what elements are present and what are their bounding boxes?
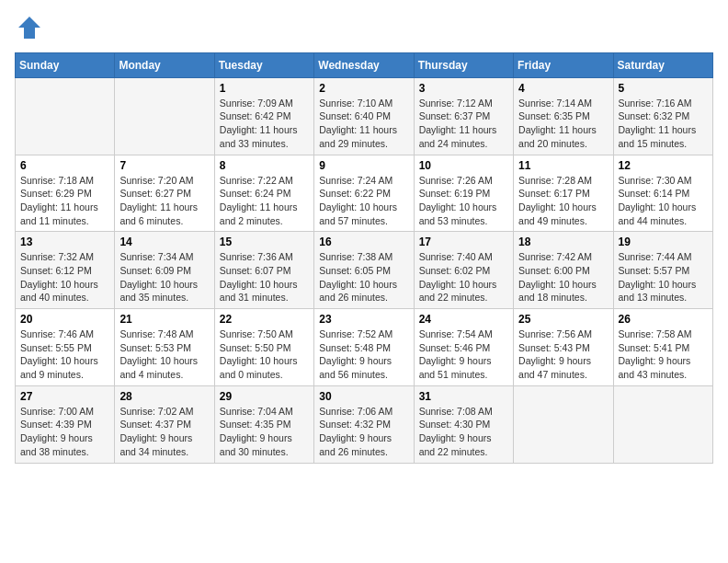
day-number: 27 [20,390,109,403]
calendar-cell: 3Sunrise: 7:12 AM Sunset: 6:37 PM Daylig… [414,77,513,155]
day-number: 19 [619,236,708,248]
day-info: Sunrise: 7:24 AM Sunset: 6:22 PM Dayligh… [319,174,408,228]
calendar-cell: 7Sunrise: 7:20 AM Sunset: 6:27 PM Daylig… [115,155,214,232]
day-number: 5 [619,82,708,95]
calendar-cell: 25Sunrise: 7:56 AM Sunset: 5:43 PM Dayli… [514,309,613,386]
calendar-cell: 23Sunrise: 7:52 AM Sunset: 5:48 PM Dayli… [314,309,414,386]
day-info: Sunrise: 7:38 AM Sunset: 6:05 PM Dayligh… [319,250,408,304]
calendar-cell: 9Sunrise: 7:24 AM Sunset: 6:22 PM Daylig… [314,155,414,232]
calendar-cell: 22Sunrise: 7:50 AM Sunset: 5:50 PM Dayli… [214,309,313,386]
day-info: Sunrise: 7:28 AM Sunset: 6:17 PM Dayligh… [518,174,608,228]
calendar-cell: 21Sunrise: 7:48 AM Sunset: 5:53 PM Dayli… [115,309,214,386]
day-info: Sunrise: 7:58 AM Sunset: 5:41 PM Dayligh… [619,327,708,382]
day-info: Sunrise: 7:36 AM Sunset: 6:07 PM Dayligh… [220,250,309,304]
day-info: Sunrise: 7:26 AM Sunset: 6:19 PM Dayligh… [419,174,508,228]
calendar-week-row: 27Sunrise: 7:00 AM Sunset: 4:39 PM Dayli… [16,385,713,463]
day-info: Sunrise: 7:22 AM Sunset: 6:24 PM Dayligh… [220,174,309,228]
calendar-cell [613,385,712,463]
day-info: Sunrise: 7:56 AM Sunset: 5:43 PM Dayligh… [518,327,608,382]
calendar-cell: 26Sunrise: 7:58 AM Sunset: 5:41 PM Dayli… [613,309,712,386]
calendar-cell: 18Sunrise: 7:42 AM Sunset: 6:00 PM Dayli… [514,232,613,309]
day-number: 22 [220,313,309,326]
day-info: Sunrise: 7:52 AM Sunset: 5:48 PM Dayligh… [319,327,408,382]
day-number: 12 [619,159,708,172]
day-number: 14 [119,236,209,248]
day-number: 1 [220,82,309,95]
calendar-cell: 6Sunrise: 7:18 AM Sunset: 6:29 PM Daylig… [16,155,115,232]
day-info: Sunrise: 7:18 AM Sunset: 6:29 PM Dayligh… [20,174,109,228]
day-of-week-header: Sunday [16,52,115,77]
day-number: 30 [319,390,408,403]
calendar-cell: 8Sunrise: 7:22 AM Sunset: 6:24 PM Daylig… [214,155,313,232]
day-info: Sunrise: 7:02 AM Sunset: 4:37 PM Dayligh… [119,405,209,459]
day-of-week-header: Wednesday [314,52,414,77]
day-number: 8 [220,159,309,172]
day-info: Sunrise: 7:12 AM Sunset: 6:37 PM Dayligh… [419,97,508,151]
calendar-cell [16,77,115,155]
day-of-week-header: Monday [115,52,214,77]
day-number: 4 [518,82,608,95]
day-number: 26 [619,313,708,326]
day-number: 17 [419,236,508,248]
day-info: Sunrise: 7:16 AM Sunset: 6:32 PM Dayligh… [619,97,708,151]
page-header [15,15,713,45]
day-number: 18 [518,236,608,248]
day-number: 10 [419,159,508,172]
day-info: Sunrise: 7:00 AM Sunset: 4:39 PM Dayligh… [20,405,109,459]
calendar-cell: 28Sunrise: 7:02 AM Sunset: 4:37 PM Dayli… [115,385,214,463]
day-of-week-header: Friday [514,52,613,77]
calendar-cell: 14Sunrise: 7:34 AM Sunset: 6:09 PM Dayli… [115,232,214,309]
day-info: Sunrise: 7:44 AM Sunset: 5:57 PM Dayligh… [619,250,708,304]
day-info: Sunrise: 7:48 AM Sunset: 5:53 PM Dayligh… [119,327,209,382]
day-number: 9 [319,159,408,172]
day-info: Sunrise: 7:40 AM Sunset: 6:02 PM Dayligh… [419,250,508,304]
calendar-cell [514,385,613,463]
day-number: 21 [119,313,209,326]
day-number: 2 [319,82,408,95]
day-number: 29 [220,390,309,403]
calendar-cell: 17Sunrise: 7:40 AM Sunset: 6:02 PM Dayli… [414,232,513,309]
day-info: Sunrise: 7:04 AM Sunset: 4:35 PM Dayligh… [220,405,309,459]
calendar-cell: 27Sunrise: 7:00 AM Sunset: 4:39 PM Dayli… [16,385,115,463]
calendar-cell: 12Sunrise: 7:30 AM Sunset: 6:14 PM Dayli… [613,155,712,232]
day-info: Sunrise: 7:30 AM Sunset: 6:14 PM Dayligh… [619,174,708,228]
calendar-cell: 11Sunrise: 7:28 AM Sunset: 6:17 PM Dayli… [514,155,613,232]
day-info: Sunrise: 7:09 AM Sunset: 6:42 PM Dayligh… [220,97,309,151]
calendar-cell: 13Sunrise: 7:32 AM Sunset: 6:12 PM Dayli… [16,232,115,309]
day-number: 28 [119,390,209,403]
day-info: Sunrise: 7:34 AM Sunset: 6:09 PM Dayligh… [119,250,209,304]
day-info: Sunrise: 7:32 AM Sunset: 6:12 PM Dayligh… [20,250,109,304]
day-info: Sunrise: 7:54 AM Sunset: 5:46 PM Dayligh… [419,327,508,382]
svg-marker-0 [18,17,40,39]
calendar-cell: 15Sunrise: 7:36 AM Sunset: 6:07 PM Dayli… [214,232,313,309]
day-info: Sunrise: 7:50 AM Sunset: 5:50 PM Dayligh… [220,327,309,382]
day-number: 7 [119,159,209,172]
calendar-cell: 30Sunrise: 7:06 AM Sunset: 4:32 PM Dayli… [314,385,414,463]
day-number: 11 [518,159,608,172]
calendar-cell: 16Sunrise: 7:38 AM Sunset: 6:05 PM Dayli… [314,232,414,309]
calendar-cell: 20Sunrise: 7:46 AM Sunset: 5:55 PM Dayli… [16,309,115,386]
day-info: Sunrise: 7:14 AM Sunset: 6:35 PM Dayligh… [518,97,608,151]
logo [15,15,42,45]
day-number: 16 [319,236,408,248]
day-number: 23 [319,313,408,326]
calendar-cell: 10Sunrise: 7:26 AM Sunset: 6:19 PM Dayli… [414,155,513,232]
logo-icon [17,15,42,40]
day-of-week-header: Tuesday [214,52,313,77]
calendar-cell: 19Sunrise: 7:44 AM Sunset: 5:57 PM Dayli… [613,232,712,309]
day-of-week-header: Thursday [414,52,513,77]
day-number: 3 [419,82,508,95]
calendar-week-row: 6Sunrise: 7:18 AM Sunset: 6:29 PM Daylig… [16,155,713,232]
day-info: Sunrise: 7:42 AM Sunset: 6:00 PM Dayligh… [518,250,608,304]
day-number: 20 [20,313,109,326]
day-number: 31 [419,390,508,403]
calendar-cell: 24Sunrise: 7:54 AM Sunset: 5:46 PM Dayli… [414,309,513,386]
calendar-cell: 31Sunrise: 7:08 AM Sunset: 4:30 PM Dayli… [414,385,513,463]
day-info: Sunrise: 7:20 AM Sunset: 6:27 PM Dayligh… [119,174,209,228]
day-info: Sunrise: 7:08 AM Sunset: 4:30 PM Dayligh… [419,405,508,459]
calendar-cell [115,77,214,155]
day-number: 24 [419,313,508,326]
calendar-week-row: 1Sunrise: 7:09 AM Sunset: 6:42 PM Daylig… [16,77,713,155]
day-info: Sunrise: 7:06 AM Sunset: 4:32 PM Dayligh… [319,405,408,459]
day-number: 6 [20,159,109,172]
